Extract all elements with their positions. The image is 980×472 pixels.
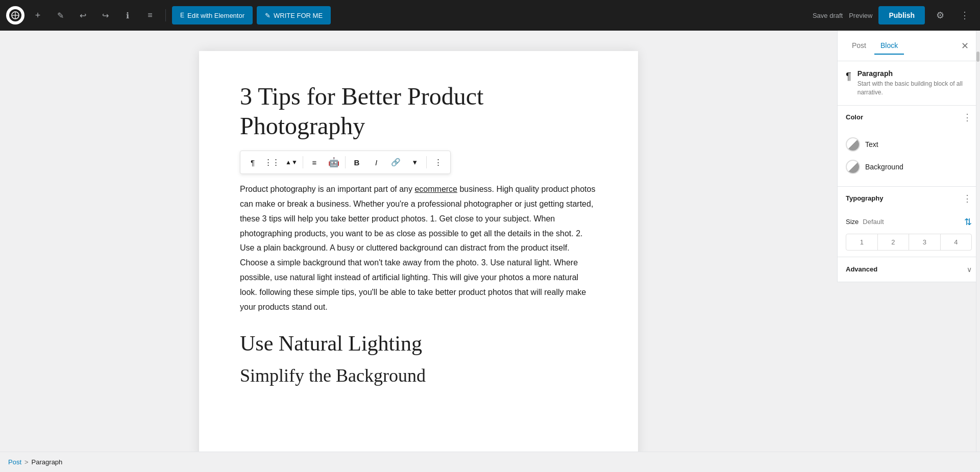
preview-button[interactable]: Preview [849, 12, 872, 19]
font-size-buttons: 1 2 3 4 [846, 234, 972, 251]
breadcrumb-separator: > [24, 458, 29, 466]
drag-handle[interactable]: ⋮⋮ [263, 153, 281, 171]
breadcrumb-current: Paragraph [32, 458, 63, 466]
color-section-title: Color [846, 113, 863, 121]
move-button[interactable]: ▲▼ [282, 153, 301, 171]
typography-section: Typography ⋮ Size Default ⇅ 1 2 3 4 [838, 187, 980, 257]
topbar-right: Save draft Preview Publish ⚙ ⋮ [813, 6, 974, 24]
topbar: + ✎ ↩ ↪ ℹ ≡ E Edit with Elementor ✎ WRIT… [0, 0, 980, 31]
block-description: Start with the basic building block of a… [857, 80, 972, 97]
advanced-section-title: Advanced [846, 265, 877, 273]
publish-button[interactable]: Publish [878, 6, 925, 24]
size-adjust-button[interactable]: ⇅ [964, 216, 972, 228]
block-options-button[interactable]: ⋮ [429, 153, 447, 171]
section-subheading[interactable]: Simplify the Background [240, 365, 597, 387]
ecommerce-link[interactable]: ecommerce [414, 185, 457, 193]
elementor-label: Edit with Elementor [187, 12, 244, 19]
sidebar-scrollbar[interactable] [976, 31, 980, 452]
edit-with-elementor-button[interactable]: E Edit with Elementor [172, 6, 253, 24]
move-icon: ▲▼ [285, 159, 298, 166]
bold-icon: B [354, 158, 360, 167]
block-name: Paragraph [857, 69, 972, 78]
chevron-down-icon: ∨ [967, 265, 972, 274]
editor-area[interactable]: 3 Tips for Better Product Photography ¶ … [0, 31, 837, 452]
typography-content: Size Default ⇅ 1 2 3 4 [838, 210, 980, 257]
inserter-icon: 🤖 [328, 157, 339, 168]
color-section: Color ⋮ Text Background [838, 106, 980, 187]
right-sidebar: Post Block ✕ ¶ Paragraph Start with the … [837, 31, 980, 282]
size-label: Size [846, 218, 859, 226]
write-label: WRITE FOR ME [274, 12, 323, 19]
align-icon: ≡ [312, 158, 317, 167]
post-body[interactable]: Product photography is an important part… [240, 182, 597, 314]
size-value: Default [863, 218, 884, 226]
text-color-option[interactable]: Text [846, 133, 972, 156]
section-heading[interactable]: Use Natural Lighting [240, 331, 597, 356]
background-color-option[interactable]: Background [846, 156, 972, 178]
undo-button[interactable]: ↩ [74, 6, 92, 24]
toolbar-divider-2 [345, 156, 346, 168]
text-color-label: Text [865, 140, 878, 148]
font-size-1-button[interactable]: 1 [846, 234, 878, 250]
add-button[interactable]: + [29, 6, 47, 24]
paragraph-type-button[interactable]: ¶ [243, 153, 262, 171]
advanced-section-header[interactable]: Advanced ∨ [838, 257, 980, 282]
italic-icon: I [375, 158, 377, 167]
more-rich-text-button[interactable]: ▾ [406, 153, 424, 171]
inserter-button[interactable]: 🤖 [325, 153, 343, 171]
tab-post[interactable]: Post [846, 37, 872, 55]
font-size-2-button[interactable]: 2 [878, 234, 910, 250]
elementor-icon: E [180, 12, 184, 19]
info-button[interactable]: ℹ [118, 6, 137, 24]
close-sidebar-button[interactable]: ✕ [958, 39, 972, 53]
font-size-4-button[interactable]: 4 [941, 234, 972, 250]
sidebar-scrollbar-thumb [976, 52, 979, 62]
background-color-label: Background [865, 163, 903, 171]
post-title[interactable]: 3 Tips for Better Product Photography [240, 82, 597, 140]
breadcrumb-post-link[interactable]: Post [8, 458, 21, 466]
align-button[interactable]: ≡ [305, 153, 324, 171]
paragraph-icon: ¶ [251, 158, 255, 167]
toolbar-divider-1 [303, 156, 303, 168]
typography-section-title: Typography [846, 194, 883, 202]
paragraph-block-icon: ¶ [846, 70, 851, 82]
save-draft-button[interactable]: Save draft [813, 12, 843, 19]
color-more-button[interactable]: ⋮ [963, 112, 972, 123]
block-options-icon: ⋮ [434, 158, 442, 167]
block-info-text: Paragraph Start with the basic building … [857, 69, 972, 97]
settings-button[interactable]: ⚙ [931, 6, 949, 24]
tab-block[interactable]: Block [874, 37, 904, 55]
more-options-button[interactable]: ⋮ [955, 6, 974, 24]
wp-logo [6, 6, 24, 24]
redo-button[interactable]: ↪ [96, 6, 114, 24]
block-info: ¶ Paragraph Start with the basic buildin… [838, 61, 980, 106]
background-color-circle [846, 160, 860, 174]
text-color-circle [846, 137, 860, 152]
list-view-button[interactable]: ≡ [141, 6, 159, 24]
write-icon: ✎ [265, 12, 271, 19]
breadcrumb-bar: Post > Paragraph [0, 452, 980, 472]
size-row: Size Default ⇅ [846, 216, 972, 228]
advanced-section: Advanced ∨ [838, 257, 980, 282]
color-section-header[interactable]: Color ⋮ [838, 106, 980, 129]
typography-section-header[interactable]: Typography ⋮ [838, 187, 980, 210]
wp-logo-icon [9, 9, 21, 21]
font-size-3-button[interactable]: 3 [909, 234, 941, 250]
italic-button[interactable]: I [367, 153, 385, 171]
toolbar-divider-3 [426, 156, 427, 168]
link-button[interactable]: 🔗 [386, 153, 405, 171]
bold-button[interactable]: B [348, 153, 366, 171]
sidebar-wrapper: Post Block ✕ ¶ Paragraph Start with the … [837, 31, 980, 452]
write-for-me-button[interactable]: ✎ WRITE FOR ME [257, 6, 331, 24]
color-options: Text Background [838, 129, 980, 186]
sidebar-tabs: Post Block [846, 37, 904, 55]
drag-icon: ⋮⋮ [264, 158, 280, 167]
editor-content: 3 Tips for Better Product Photography ¶ … [199, 51, 638, 452]
main-layout: 3 Tips for Better Product Photography ¶ … [0, 31, 980, 452]
sidebar-header: Post Block ✕ [838, 31, 980, 61]
edit-button[interactable]: ✎ [51, 6, 69, 24]
block-toolbar: ¶ ⋮⋮ ▲▼ ≡ 🤖 B [240, 151, 451, 174]
link-icon: 🔗 [391, 158, 401, 167]
topbar-divider [165, 9, 166, 21]
typography-more-button[interactable]: ⋮ [963, 193, 972, 204]
